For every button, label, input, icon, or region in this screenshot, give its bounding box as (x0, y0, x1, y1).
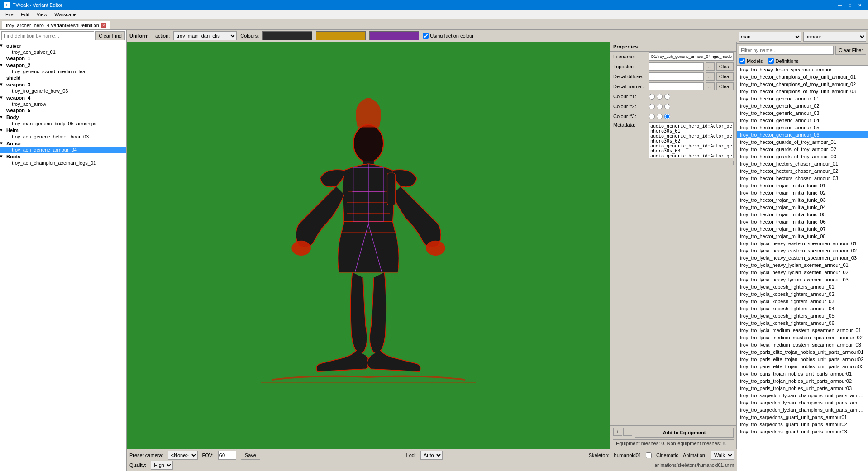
definitions-list-item[interactable]: troy_tro_hector_guards_of_troy_armour_02 (737, 146, 868, 153)
tree-item-Armor[interactable]: ▾Armor (0, 140, 126, 147)
colour3-radio-mid[interactable] (657, 114, 663, 119)
lod-select[interactable]: Auto (420, 451, 443, 460)
definitions-list-item[interactable]: troy_tro_sarpedons_guard_unit_parts_armo… (737, 421, 868, 428)
definitions-list-item[interactable]: troy_tro_lycia_heavy_eastern_spearmen_ar… (737, 254, 868, 262)
clear-filter-button[interactable]: Clear Filter (835, 46, 866, 55)
menu-view[interactable]: View (33, 11, 51, 18)
decal-diffuse-input[interactable] (649, 72, 704, 81)
definitions-list-item[interactable]: troy_tro_hector_trojan_militia_tunic_06 (737, 218, 868, 225)
definitions-list-item[interactable]: troy_tro_paris_elite_trojan_nobles_unit_… (737, 348, 868, 356)
save-button[interactable]: Save (241, 451, 260, 460)
fov-input[interactable] (218, 451, 236, 460)
faction-select[interactable]: troy_main_dan_elis (173, 31, 237, 40)
using-faction-checkbox[interactable] (423, 33, 429, 39)
definitions-list-item[interactable]: troy_tro_hector_generic_armour_03 (737, 109, 868, 117)
tree-item-Body[interactable]: ▾Body (0, 114, 126, 120)
definitions-list-item[interactable]: troy_tro_lycia_kopesh_fighters_armour_01 (737, 283, 868, 290)
decal-normal-clear-button[interactable]: Clear (716, 82, 734, 90)
colour3-radio-on[interactable] (664, 114, 670, 119)
maximize-button[interactable]: □ (845, 1, 854, 9)
definitions-list-item[interactable]: troy_tro_paris_elite_trojan_nobles_unit_… (737, 363, 868, 370)
models-checkbox[interactable] (739, 58, 745, 64)
definitions-checkbox-label[interactable]: Definitions (768, 58, 798, 64)
tree-item-troy_ach_generic_armour_04[interactable]: troy_ach_generic_armour_04 (0, 147, 126, 153)
definitions-list-item[interactable]: troy_tro_hector_trojan_militia_tunic_05 (737, 211, 868, 218)
colour1-radio-mid[interactable] (657, 94, 663, 100)
definitions-list-item[interactable]: troy_tro_hector_champions_of_troy_unit_a… (737, 81, 868, 88)
models-checkbox-label[interactable]: Models (739, 58, 763, 64)
filename-input[interactable] (649, 52, 734, 61)
colour1-radio-off[interactable] (649, 94, 655, 100)
tree-item-quiver[interactable]: ▾quiver (0, 42, 126, 49)
definitions-list-item[interactable]: troy_tro_lycia_kopesh_fighters_armour_02 (737, 290, 868, 298)
definitions-list-item[interactable]: troy_tro_hector_champions_of_troy_unit_a… (737, 73, 868, 81)
definitions-list-item[interactable]: troy_tro_hector_generic_armour_06 (737, 131, 868, 138)
colour2-radio-off[interactable] (649, 104, 655, 109)
imposter-clear-button[interactable]: Clear (716, 62, 734, 71)
tree-item-Boots[interactable]: ▾Boots (0, 153, 126, 160)
add-item-button[interactable]: + (613, 428, 622, 436)
definitions-list-item[interactable]: troy_tro_lycia_kopesh_fighters_armour_05 (737, 312, 868, 319)
definitions-list-item[interactable]: troy_tro_paris_trojan_nobles_unit_parts_… (737, 377, 868, 385)
definitions-list-item[interactable]: troy_tro_sarpedons_guard_unit_parts_armo… (737, 428, 868, 435)
tree-item-weapon_5[interactable]: weapon_5 (0, 107, 126, 114)
colour1-radio-on[interactable] (664, 94, 670, 100)
tree-item-weapon_1[interactable]: weapon_1 (0, 55, 126, 62)
definitions-list-item[interactable]: troy_tro_sarpedon_lycian_champions_unit_… (737, 399, 868, 406)
definitions-list-item[interactable]: troy_tro_lycia_kopesh_fighters_armour_04 (737, 305, 868, 312)
tree-item-weapon_4[interactable]: ▾weapon_4 (0, 94, 126, 101)
tree-item-troy_tro_generic_bow_03[interactable]: troy_tro_generic_bow_03 (0, 88, 126, 94)
colour3-radio-off[interactable] (649, 114, 655, 119)
definitions-list-item[interactable]: troy_tro_hector_generic_armour_01 (737, 95, 868, 102)
definitions-list-item[interactable]: troy_tro_hector_hectors_chosen_armour_01 (737, 160, 868, 167)
imposter-input[interactable] (649, 62, 704, 71)
definitions-list-item[interactable]: troy_tro_hector_trojan_militia_tunic_04 (737, 204, 868, 211)
menu-edit[interactable]: Edit (17, 11, 33, 18)
definitions-search-input[interactable] (739, 46, 834, 55)
definitions-list-item[interactable]: troy_tro_hector_hectors_chosen_armour_02 (737, 167, 868, 175)
definitions-list-item[interactable]: troy_tro_hector_generic_armour_04 (737, 117, 868, 124)
animation-select[interactable]: Walk (711, 451, 734, 460)
definitions-checkbox[interactable] (768, 58, 774, 64)
metadata-textarea[interactable] (649, 122, 734, 158)
definitions-list-item[interactable]: troy_tro_sarpedon_lycian_champions_unit_… (737, 392, 868, 399)
minimize-button[interactable]: — (835, 1, 844, 9)
tree-item-shield[interactable]: shield (0, 75, 126, 81)
definitions-list-item[interactable]: troy_tro_hector_hectors_chosen_armour_03 (737, 175, 868, 182)
right-dropdown-left[interactable]: man (739, 32, 801, 42)
tree-item-troy_ach_champion_axeman_legs_01[interactable]: troy_ach_champion_axeman_legs_01 (0, 160, 126, 166)
tab-main[interactable]: troy_archer_hero_4:VariantMeshDefinition… (2, 21, 110, 29)
definitions-list-item[interactable]: troy_tro_lycia_heavy_eastern_spearmen_ar… (737, 240, 868, 247)
colour-swatch-2[interactable] (316, 31, 366, 40)
tree-item-troy_generic_sword_medium_leaf[interactable]: troy_generic_sword_medium_leaf (0, 68, 126, 75)
definitions-list-item[interactable]: troy_tro_paris_trojan_nobles_unit_parts_… (737, 370, 868, 377)
right-dropdown-right[interactable]: armour (803, 32, 866, 42)
preset-camera-select[interactable]: <None> (168, 451, 198, 460)
definitions-list-item[interactable]: troy_tro_lycia_medium_eastern_spearmen_a… (737, 327, 868, 334)
remove-item-button[interactable]: − (623, 428, 632, 436)
find-input[interactable] (1, 31, 94, 40)
colour-swatch-1[interactable] (262, 31, 312, 40)
tree-item-troy_man_generic_body_05_armships[interactable]: troy_man_generic_body_05_armships (0, 120, 126, 127)
menu-warscape[interactable]: Warscape (51, 11, 80, 18)
definitions-list-item[interactable]: troy_tro_heavy_trojan_spearman_armour (737, 66, 868, 73)
definitions-list-item[interactable]: troy_tro_lycia_heavy_lycian_axemen_armou… (737, 269, 868, 276)
decal-normal-input[interactable] (649, 82, 704, 90)
definitions-list-item[interactable]: troy_tro_lycia_medium_eastern_spearmen_a… (737, 341, 868, 348)
definitions-list-item[interactable]: troy_tro_hector_guards_of_troy_armour_01 (737, 138, 868, 146)
colour-swatch-3[interactable] (369, 31, 419, 40)
definitions-list-item[interactable]: troy_tro_hector_trojan_militia_tunic_03 (737, 196, 868, 204)
definitions-list-item[interactable]: troy_tro_lycia_medium_mastern_spearmen_a… (737, 334, 868, 341)
definitions-list-item[interactable]: troy_tro_lycia_heavy_lycian_axemen_armou… (737, 276, 868, 283)
definitions-list-item[interactable]: troy_tro_paris_trojan_nobles_unit_parts_… (737, 385, 868, 392)
definitions-list-item[interactable]: troy_tro_lycia_konesh_fighters_armour_06 (737, 319, 868, 327)
definitions-list-item[interactable]: troy_tro_sarpedons_guard_unit_parts_armo… (737, 414, 868, 421)
definitions-list-item[interactable]: troy_tro_hector_trojan_militia_tunic_02 (737, 189, 868, 196)
decal-diffuse-browse-button[interactable]: ... (706, 72, 715, 81)
quality-select[interactable]: High (151, 461, 173, 470)
definitions-list-item[interactable]: troy_tro_lycia_heavy_lycian_axemen_armou… (737, 262, 868, 269)
definitions-list-item[interactable]: troy_tro_hector_trojan_militia_tunic_07 (737, 225, 868, 233)
tree-item-Helm[interactable]: ▾Helm (0, 127, 126, 133)
tree-item-troy_ach_quiver_01[interactable]: troy_ach_quiver_01 (0, 49, 126, 55)
decal-diffuse-clear-button[interactable]: Clear (716, 72, 734, 81)
